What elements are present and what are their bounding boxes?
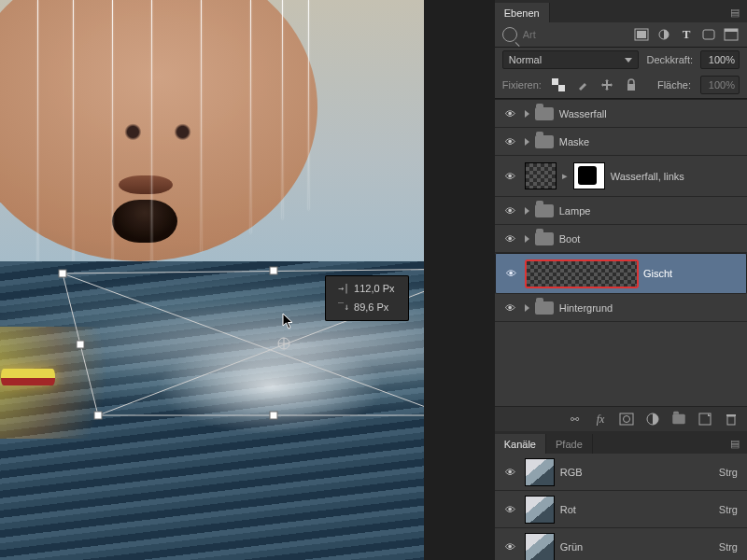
channel-list[interactable]: 👁 RGB Strg 👁 Rot Strg 👁 Grün Strg 👁 Bl xyxy=(495,454,747,560)
water-streak xyxy=(37,0,38,280)
channel-name[interactable]: RGB xyxy=(560,467,713,478)
transform-measure-tooltip: →|112,0 Px ‾↓89,6 Px xyxy=(325,275,409,321)
layer-name[interactable]: Hintergrund xyxy=(559,302,743,314)
filter-adjust-icon[interactable] xyxy=(655,27,672,42)
disclosure-icon[interactable] xyxy=(525,304,529,312)
channel-name[interactable]: Grün xyxy=(560,541,713,553)
layer-group[interactable]: 👁 Maske xyxy=(495,128,747,156)
layer-name[interactable]: Lampe xyxy=(559,205,743,217)
channel-shortcut: Strg xyxy=(719,541,743,553)
disclosure-icon[interactable] xyxy=(525,235,529,243)
tab-channels[interactable]: Kanäle xyxy=(495,434,546,454)
lock-move-icon[interactable] xyxy=(599,77,614,92)
layer-item[interactable]: 👁 ▸ Wasserfall, links xyxy=(495,156,747,197)
lock-all-icon[interactable] xyxy=(624,77,639,92)
svg-rect-31 xyxy=(727,416,735,425)
layer-thumb[interactable] xyxy=(526,260,638,287)
visibility-toggle[interactable]: 👁 xyxy=(503,265,520,282)
width-readout: 112,0 Px xyxy=(354,282,394,295)
fx-icon[interactable]: fx xyxy=(592,412,609,427)
water-streak xyxy=(250,0,251,233)
new-layer-icon[interactable] xyxy=(697,412,713,427)
water-streak xyxy=(282,0,283,219)
layer-thumb[interactable] xyxy=(525,162,557,189)
layer-group[interactable]: 👁 Lampe xyxy=(495,197,747,225)
link-layers-icon[interactable]: ⚯ xyxy=(566,412,583,427)
boat xyxy=(1,369,55,385)
layer-item-selected[interactable]: 👁 Gischt xyxy=(495,253,747,294)
pasteboard xyxy=(424,0,495,560)
channel-row[interactable]: 👁 Rot Strg xyxy=(495,491,747,528)
water-streak xyxy=(73,0,74,280)
search-icon xyxy=(502,27,517,42)
foam xyxy=(149,336,392,448)
svg-rect-22 xyxy=(725,29,738,32)
document[interactable]: →|112,0 Px ‾↓89,6 Px xyxy=(0,0,424,560)
lock-row: Fixieren: Fläche: 100% xyxy=(495,72,747,98)
filter-pixel-icon[interactable] xyxy=(633,27,650,42)
water-streak xyxy=(151,0,152,280)
layer-group[interactable]: 👁 Wasserfall xyxy=(495,100,747,128)
panels-column: Ebenen ▤ T Normal Deckkraft: 100% Fixier… xyxy=(495,0,747,560)
channels-panel-tabs: Kanäle Pfade ▤ xyxy=(495,431,747,454)
blend-mode-select[interactable]: Normal xyxy=(502,50,640,69)
delete-icon[interactable] xyxy=(723,412,740,427)
visibility-toggle[interactable]: 👁 xyxy=(502,464,519,481)
channel-shortcut: Strg xyxy=(719,467,743,478)
visibility-toggle[interactable]: 👁 xyxy=(502,539,519,555)
layer-group[interactable]: 👁 Hintergrund xyxy=(495,294,747,322)
visibility-toggle[interactable]: 👁 xyxy=(502,105,519,122)
folder-icon xyxy=(535,204,554,217)
opacity-label: Deckkraft: xyxy=(646,54,693,65)
cursor-icon xyxy=(282,313,295,329)
layer-name[interactable]: Maske xyxy=(559,136,743,147)
disclosure-icon[interactable] xyxy=(525,138,529,146)
layer-list[interactable]: 👁 Wasserfall 👁 Maske 👁 ▸ Wasserfall, lin… xyxy=(495,99,747,406)
folder-icon xyxy=(535,107,554,120)
layer-filter-input[interactable] xyxy=(523,29,579,40)
channel-shortcut: Strg xyxy=(719,504,743,515)
add-mask-icon[interactable] xyxy=(618,412,635,427)
visibility-toggle[interactable]: 👁 xyxy=(502,231,519,247)
opacity-value[interactable]: 100% xyxy=(700,50,740,69)
disclosure-icon[interactable] xyxy=(525,207,529,215)
visibility-toggle[interactable]: 👁 xyxy=(502,300,519,316)
panel-menu-icon[interactable]: ▤ xyxy=(723,434,747,454)
water-streak xyxy=(308,0,309,210)
layers-panel-tabs: Ebenen ▤ xyxy=(495,0,747,22)
lock-transparency-icon[interactable] xyxy=(551,77,566,92)
visibility-toggle[interactable]: 👁 xyxy=(502,168,519,185)
lock-label: Fixieren: xyxy=(502,79,542,91)
svg-rect-25 xyxy=(558,85,565,91)
layer-list-empty xyxy=(495,322,747,406)
new-group-icon[interactable] xyxy=(670,412,687,427)
channel-row[interactable]: 👁 Grün Strg xyxy=(495,528,747,560)
layer-group[interactable]: 👁 Boot xyxy=(495,225,747,253)
svg-rect-20 xyxy=(703,30,714,39)
visibility-toggle[interactable]: 👁 xyxy=(502,501,519,518)
channel-name[interactable]: Rot xyxy=(560,504,713,515)
layer-name[interactable]: Gischt xyxy=(643,268,742,279)
filter-shape-icon[interactable] xyxy=(700,27,717,42)
layer-name[interactable]: Wasserfall xyxy=(559,108,743,119)
canvas-area[interactable]: →|112,0 Px ‾↓89,6 Px xyxy=(0,0,495,560)
layer-mask-thumb[interactable] xyxy=(573,162,605,189)
panel-menu-icon[interactable]: ▤ xyxy=(723,3,747,22)
new-adjustment-icon[interactable] xyxy=(644,412,661,427)
layer-name[interactable]: Wasserfall, links xyxy=(611,171,743,182)
channel-row[interactable]: 👁 RGB Strg xyxy=(495,454,747,491)
svg-rect-26 xyxy=(627,84,635,91)
svg-rect-32 xyxy=(726,414,736,416)
visibility-toggle[interactable]: 👁 xyxy=(502,203,519,219)
visibility-toggle[interactable]: 👁 xyxy=(502,133,519,150)
lock-paint-icon[interactable] xyxy=(575,77,590,92)
fill-value[interactable]: 100% xyxy=(700,76,740,94)
disclosure-icon[interactable] xyxy=(525,110,529,118)
layer-name[interactable]: Boot xyxy=(559,233,743,245)
filter-smart-icon[interactable] xyxy=(723,27,740,42)
tab-layers[interactable]: Ebenen xyxy=(495,3,550,22)
tab-paths[interactable]: Pfade xyxy=(546,434,593,454)
app-root: →|112,0 Px ‾↓89,6 Px Ebenen ▤ T Normal xyxy=(0,0,747,560)
channel-thumb xyxy=(525,496,555,524)
filter-type-icon[interactable]: T xyxy=(678,27,695,42)
